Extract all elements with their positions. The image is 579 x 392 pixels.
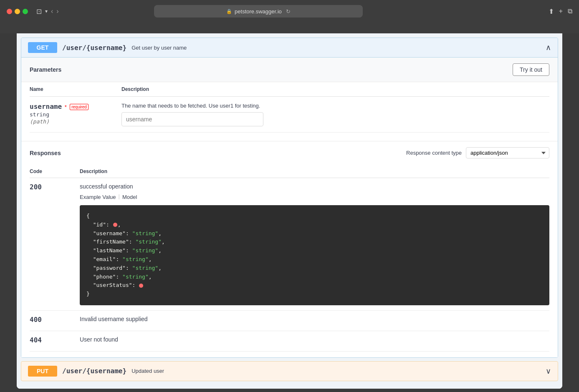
response-row-200: 200 successful operation Example Value |… [30,178,549,311]
params-table-body: username * required string (path) The na… [30,97,549,133]
model-tab[interactable]: Model [122,193,137,202]
tab-divider: | [118,193,119,202]
response-content-type-select[interactable]: application/json application/xml [466,147,549,158]
share-icon[interactable]: ⬆ [549,8,554,15]
put-endpoint-path: /user/{username} [62,367,126,375]
response-desc-text-400: Invalid username supplied [80,316,549,322]
code-block-200: { "id": , "username": "string", "firstNa… [80,205,549,305]
get-collapse-icon[interactable]: ∧ [546,43,551,52]
parameters-title: Parameters [30,66,61,73]
get-method-badge: GET [28,42,57,53]
required-label: required [70,104,88,110]
responses-title: Responses [30,150,61,156]
response-code-404: 404 [30,336,80,344]
parameters-section-header: Parameters Try it out [21,58,558,82]
parameters-table: Name Description username * required str… [21,82,558,141]
tabs-icon[interactable]: ⧉ [568,8,572,15]
content-type-container: Response content type application/json a… [406,147,549,158]
get-endpoint-header[interactable]: GET /user/{username} Get user by user na… [21,38,558,57]
lock-icon: 🔒 [226,9,232,14]
get-endpoint-path: /user/{username} [62,44,126,52]
put-endpoint-header[interactable]: PUT /user/{username} Updated user ∨ [21,362,558,381]
put-method-badge: PUT [28,366,57,377]
response-code-400: 400 [30,316,80,324]
put-collapse-icon[interactable]: ∨ [546,367,551,376]
response-row-400: 400 Invalid username supplied [30,311,549,331]
get-endpoint-block: GET /user/{username} Get user by user na… [21,38,558,358]
response-description-200: successful operation Example Value | Mod… [80,183,549,305]
put-endpoint-block: PUT /user/{username} Updated user ∨ [21,361,558,381]
param-type-username: string [30,111,121,118]
params-table-header: Name Description [30,82,549,97]
maximize-button[interactable] [23,9,28,14]
username-input[interactable] [121,112,263,126]
put-endpoint-summary: Updated user [131,368,546,374]
chevron-down-small-icon[interactable]: ▾ [45,8,48,14]
col-name-header: Name [30,86,121,92]
response-desc-text-200: successful operation [80,183,549,190]
browser-chrome: ⊡ ▾ ‹ › 🔒 petstore.swagger.io ↻ ⬆ + ⧉ [0,0,579,33]
responses-table-header: Code Description [30,165,549,178]
browser-content: GET /user/{username} Get user by user na… [17,33,562,389]
reload-icon[interactable]: ↻ [286,8,291,15]
col-description-header: Description [121,86,549,92]
param-row-username: username * required string (path) The na… [30,97,549,133]
param-desc-cell-username: The name that needs to be fetched. Use u… [121,103,549,126]
new-tab-icon[interactable]: + [559,8,563,15]
param-name-username: username [30,103,62,111]
get-endpoint-summary: Get user by user name [131,45,546,51]
response-desc-text-404: User not found [80,336,549,343]
example-value-tab[interactable]: Example Value [80,193,116,202]
response-row-404: 404 User not found [30,331,549,352]
col-code-header: Code [30,168,80,174]
close-button[interactable] [7,9,12,14]
forward-icon[interactable]: › [56,8,58,15]
address-bar[interactable]: 🔒 petstore.swagger.io ↻ [154,5,363,18]
required-star: * [63,104,67,110]
browser-top-bar: ⊡ ▾ ‹ › 🔒 petstore.swagger.io ↻ ⬆ + ⧉ [7,5,572,18]
param-name-cell-username: username * required string (path) [30,103,121,126]
responses-section: Responses Response content type applicat… [21,141,558,357]
response-code-200: 200 [30,183,80,191]
response-description-404: User not found [80,336,549,346]
browser-actions: ⬆ + ⧉ [549,8,572,15]
example-tabs: Example Value | Model [80,193,549,202]
traffic-lights [7,9,28,14]
response-description-400: Invalid username supplied [80,316,549,326]
get-endpoint-expanded: Parameters Try it out Name Description u… [21,57,558,357]
responses-table: Code Description 200 successful operatio… [30,165,549,352]
param-location-username: (path) [30,118,49,125]
url-text: petstore.swagger.io [235,8,282,15]
responses-header: Responses Response content type applicat… [30,147,549,158]
browser-nav: ⊡ ▾ ‹ › [36,8,59,15]
response-content-type-label: Response content type [406,150,462,156]
back-icon[interactable]: ‹ [51,8,53,15]
param-description-text-username: The name that needs to be fetched. Use u… [121,103,549,109]
minimize-button[interactable] [15,9,20,14]
swagger-container: GET /user/{username} Get user by user na… [17,33,562,389]
col-desc-header: Description [80,168,549,174]
sidebar-toggle-icon[interactable]: ⊡ [36,8,42,15]
try-it-out-button[interactable]: Try it out [513,63,549,76]
